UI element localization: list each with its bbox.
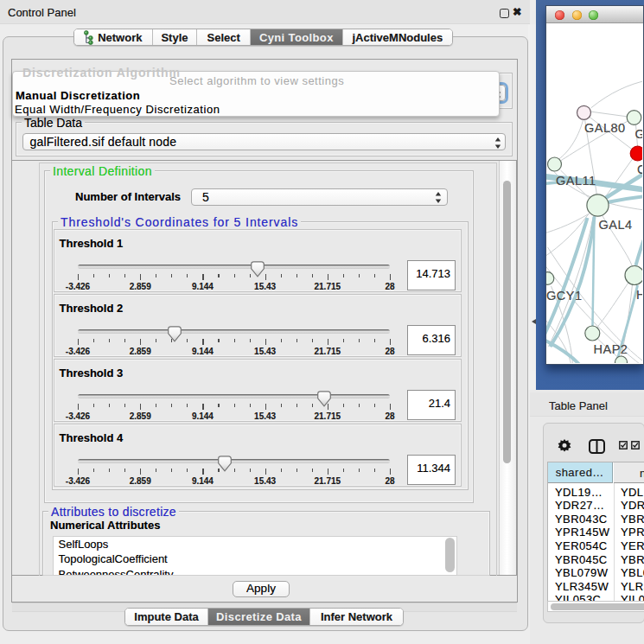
svg-text:H: H — [636, 288, 642, 302]
svg-text:GCY1: GCY1 — [546, 289, 583, 303]
svg-text:GAL4: GAL4 — [599, 218, 633, 232]
svg-text:GA: GA — [635, 127, 643, 141]
svg-text:HAP2: HAP2 — [594, 342, 628, 356]
svg-text:GAL80: GAL80 — [584, 121, 626, 135]
svg-text:C: C — [637, 163, 642, 176]
svg-text:GAL11: GAL11 — [556, 174, 596, 188]
